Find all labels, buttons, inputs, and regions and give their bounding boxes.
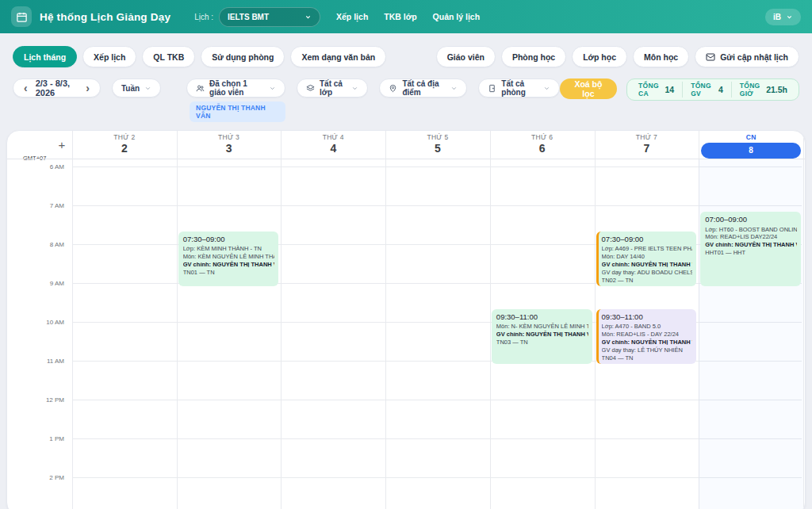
add-event-button[interactable]: + <box>53 136 71 153</box>
day-of-week-label: THỨ 6 <box>490 133 595 141</box>
schedule-select[interactable]: IELTS BMT <box>219 7 320 27</box>
day-header-5[interactable]: THỨ 77 <box>595 133 699 159</box>
day-date-label[interactable]: 3 <box>177 142 282 155</box>
grid-vline <box>490 131 491 509</box>
calendar-event-2[interactable]: 07:30–09:00Lớp: A469 - PRE IELTS TEEN PH… <box>596 232 697 287</box>
day-date-label[interactable]: 6 <box>490 142 595 155</box>
day-header-4[interactable]: THỨ 66 <box>490 133 595 159</box>
event-detail-line: GV chính: NGUYỄN THỊ THANH VÂN <box>496 331 588 339</box>
today-date-pill[interactable]: 8 <box>701 143 801 159</box>
event-detail-line: Môn: DAY 14/40 <box>602 253 693 261</box>
action-button-1[interactable]: Phòng học <box>501 46 566 67</box>
tab-1[interactable]: Xếp lịch <box>82 46 136 67</box>
selected-teacher-chip[interactable]: NGUYỄN THỊ THANH VÂN <box>190 101 285 122</box>
event-detail-line: TN02 — TN <box>602 277 693 285</box>
day-date-label[interactable]: 7 <box>595 142 699 155</box>
event-detail-line: GV dạy thay: LÊ THÚY NHIÊN <box>602 346 693 354</box>
event-time: 07:00–09:00 <box>705 215 797 225</box>
grid-vline <box>699 131 699 509</box>
top-nav-link-2[interactable]: Quản lý lịch <box>433 12 481 21</box>
day-date-label[interactable]: 2 <box>72 142 177 155</box>
grid-hline <box>72 166 802 167</box>
app-title: Hệ thống Lịch Giảng Dạy <box>40 11 170 23</box>
action-button-4[interactable]: Gửi cập nhật lịch <box>695 46 799 67</box>
chevron-down-icon <box>786 13 793 21</box>
action-button-0[interactable]: Giáo viên <box>436 46 496 67</box>
stat-value: 4 <box>718 85 723 94</box>
top-nav-link-1[interactable]: TKB lớp <box>384 12 416 21</box>
hour-label: 9 AM <box>7 280 64 287</box>
event-detail-line: GV chính: NGUYỄN THỊ THANH VÂN <box>705 241 797 249</box>
chevron-down-icon <box>543 85 550 92</box>
stat-0: TỔNG CA14 <box>630 82 682 98</box>
event-detail-line: TN03 — TN <box>496 339 588 346</box>
hour-label: 7 AM <box>7 202 64 209</box>
grid-vline <box>595 131 596 509</box>
hour-label: 11 AM <box>7 358 64 365</box>
event-detail-line: TN01 — TN <box>183 269 275 277</box>
teacher-filter-select[interactable]: Đã chọn 1 giáo viên <box>186 78 285 98</box>
door-icon <box>488 84 496 93</box>
hour-label: 12 PM <box>7 396 64 404</box>
day-header-6[interactable]: CN8 <box>699 133 803 159</box>
room-filter-select[interactable]: Tất cả phòng <box>478 78 560 98</box>
event-time: 07:30–09:00 <box>602 235 693 245</box>
chevron-down-icon <box>450 85 458 92</box>
tab-2[interactable]: QL TKB <box>142 46 195 67</box>
hour-label: 10 AM <box>7 319 64 326</box>
calendar-event-4[interactable]: 07:00–09:00Lớp: HT60 - BOOST BAND ONLINE… <box>700 212 801 286</box>
view-tabs: Lịch thángXếp lịchQL TKBSử dụng phòngXem… <box>13 46 386 67</box>
chevron-down-icon <box>351 85 358 92</box>
calendar-event-0[interactable]: 07:30–09:00Lớp: KÈM MINH THÀNH - TNMôn: … <box>178 232 279 287</box>
event-detail-line: Môn: KÈM NGUYỄN LÊ MINH THÀNH ... <box>183 253 275 261</box>
day-of-week-label: THỨ 3 <box>177 133 282 141</box>
event-detail-line: Môn: READ+LIS - DAY 22/24 <box>602 331 693 339</box>
class-filter-select[interactable]: Tất cả lớp <box>297 78 368 98</box>
event-detail-line: GV chính: NGUYỄN THỊ THANH VÂN <box>183 261 275 269</box>
stat-2: TỔNG GIỜ21.5h <box>731 82 795 98</box>
tab-4[interactable]: Xem dạng văn bản <box>290 46 386 67</box>
day-header-2[interactable]: THỨ 44 <box>281 133 385 159</box>
day-header-0[interactable]: THỨ 22 <box>72 133 177 159</box>
top-nav-link-0[interactable]: Xếp lịch <box>336 12 368 21</box>
day-of-week-label: THỨ 7 <box>595 133 699 141</box>
event-detail-line: Môn: READ+LIS DAY22/24 <box>705 233 797 241</box>
event-detail-line: Lớp: A470 - BAND 5.0 <box>602 323 693 331</box>
tab-0[interactable]: Lịch tháng <box>13 46 77 67</box>
clear-filters-button[interactable]: Xoá bộ lọc <box>560 78 617 99</box>
day-of-week-label: THỨ 4 <box>281 133 385 141</box>
grid-vline <box>803 131 804 509</box>
user-initials: iB <box>773 13 781 21</box>
event-detail-line: GV chính: NGUYỄN THỊ THANH VÂN <box>602 261 693 269</box>
location-filter-select[interactable]: Tất cả địa điểm <box>379 78 467 98</box>
date-range-label: 2/3 - 8/3, 2026 <box>36 78 79 98</box>
event-detail-line: Lớp: HT60 - BOOST BAND ONLINE <box>705 226 797 234</box>
day-header-1[interactable]: THỨ 33 <box>177 133 282 159</box>
action-button-2[interactable]: Lớp học <box>572 46 627 67</box>
stat-value: 21.5h <box>766 85 787 94</box>
day-date-label[interactable]: 5 <box>385 142 490 155</box>
calendar-event-3[interactable]: 09:30–11:00Lớp: A470 - BAND 5.0Môn: READ… <box>596 309 697 365</box>
grid-hline <box>72 477 802 478</box>
event-detail-line: Môn: N- KÈM NGUYỄN LÊ MINH THÀ... <box>496 323 588 331</box>
chevron-down-icon <box>304 13 312 21</box>
action-button-3[interactable]: Môn học <box>633 46 689 67</box>
event-detail-line: GV dạy thay: ADU BOADU CHELSEA <box>602 269 693 277</box>
envelope-icon <box>706 52 715 62</box>
calendar-event-1[interactable]: 09:30–11:00Môn: N- KÈM NGUYỄN LÊ MINH TH… <box>492 309 592 365</box>
prev-week-button[interactable]: ‹ <box>22 82 29 94</box>
user-menu[interactable]: iB <box>765 9 801 25</box>
view-mode-select[interactable]: Tuần <box>112 78 161 98</box>
day-date-label[interactable]: 4 <box>281 142 385 155</box>
stat-1: TỔNG GV4 <box>682 82 731 98</box>
tab-3[interactable]: Sử dụng phòng <box>201 46 285 67</box>
summary-stats: TỔNG CA14TỔNG GV4TỔNG GIỜ21.5h <box>626 78 799 101</box>
day-header-3[interactable]: THỨ 55 <box>385 133 490 159</box>
event-detail-line: Lớp: KÈM MINH THÀNH - TN <box>183 245 275 253</box>
stat-value: 14 <box>665 85 675 94</box>
grid-hline <box>72 438 802 439</box>
next-week-button[interactable]: › <box>84 82 91 94</box>
hour-label: 2 PM <box>7 474 64 481</box>
people-icon <box>196 84 205 93</box>
event-detail-line: TN04 — TN <box>602 354 693 362</box>
